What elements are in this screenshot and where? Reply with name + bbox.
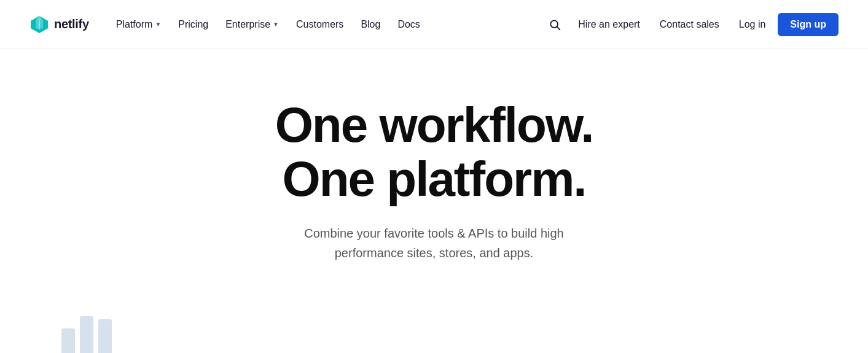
logo-text: netlify <box>54 17 89 31</box>
contact-sales-link[interactable]: Contact sales <box>652 14 727 35</box>
chevron-down-icon-2: ▼ <box>273 21 279 28</box>
nav-link-pricing[interactable]: Pricing <box>171 14 216 35</box>
nav-link-docs-label: Docs <box>397 19 420 30</box>
navbar: netlify Platform ▼ Pricing Enterprise ▼ … <box>0 0 868 49</box>
hero-section: One workflow. One platform. Combine your… <box>0 49 868 300</box>
nav-link-customers-label: Customers <box>296 19 343 30</box>
hero-subtext: Combine your favorite tools & APIs to bu… <box>281 223 588 263</box>
nav-link-platform-label: Platform <box>116 19 153 30</box>
nav-link-pricing-label: Pricing <box>178 19 208 30</box>
nav-link-blog[interactable]: Blog <box>353 14 388 35</box>
nav-link-enterprise-label: Enterprise <box>225 19 270 30</box>
chevron-down-icon: ▼ <box>155 21 161 28</box>
logo-link[interactable]: netlify <box>29 15 89 34</box>
hire-expert-link[interactable]: Hire an expert <box>571 14 647 35</box>
bar-3 <box>98 319 112 353</box>
nav-link-enterprise[interactable]: Enterprise ▼ <box>218 14 286 35</box>
nav-links: Platform ▼ Pricing Enterprise ▼ Customer… <box>109 14 544 35</box>
bar-2 <box>80 316 93 353</box>
hero-headline-line2: One platform. <box>282 152 585 206</box>
page-wrapper: netlify Platform ▼ Pricing Enterprise ▼ … <box>0 0 868 353</box>
signup-button[interactable]: Sign up <box>778 13 839 36</box>
hero-headline-line1: One workflow. <box>275 98 593 152</box>
svg-line-1 <box>557 26 560 29</box>
nav-link-customers[interactable]: Customers <box>289 14 351 35</box>
hero-headline: One workflow. One platform. <box>275 98 593 206</box>
bar-1 <box>61 328 75 353</box>
nav-link-platform[interactable]: Platform ▼ <box>109 14 168 35</box>
nav-link-blog-label: Blog <box>361 19 380 30</box>
nav-right: Hire an expert Contact sales Log in Sign… <box>544 13 839 36</box>
netlify-logo-icon <box>29 15 49 34</box>
decorative-bars <box>61 304 112 353</box>
login-link[interactable]: Log in <box>732 14 773 35</box>
search-icon <box>549 18 561 31</box>
search-button[interactable] <box>544 14 566 36</box>
nav-link-docs[interactable]: Docs <box>390 14 427 35</box>
